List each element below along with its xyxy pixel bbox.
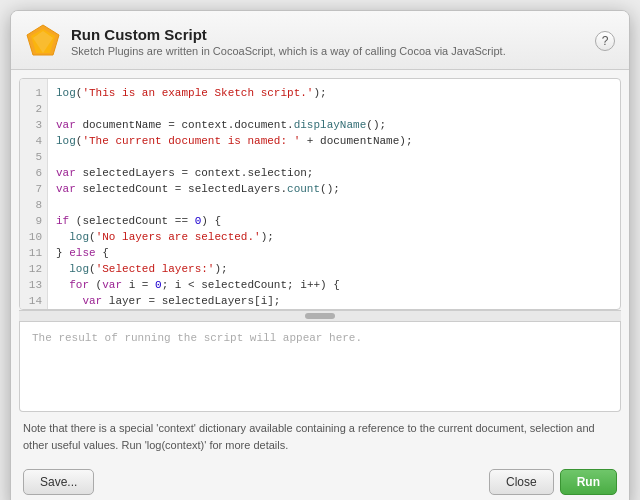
line-num-2: 2 [20, 101, 47, 117]
line-num-3: 3 [20, 117, 47, 133]
right-buttons: Close Run [489, 469, 617, 495]
dialog-subtitle: Sketch Plugins are written in CocoaScrip… [71, 45, 585, 57]
line-num-6: 6 [20, 165, 47, 181]
code-text[interactable]: log('This is an example Sketch script.')… [48, 79, 620, 309]
result-area[interactable]: The result of running the script will ap… [19, 322, 621, 412]
line-numbers: 1 2 3 4 5 6 7 8 9 10 11 12 13 14 15 [20, 79, 48, 309]
run-custom-script-dialog: Run Custom Script Sketch Plugins are wri… [10, 10, 630, 500]
dialog-header: Run Custom Script Sketch Plugins are wri… [11, 11, 629, 70]
scroll-separator [19, 310, 621, 322]
sketch-icon [25, 23, 61, 59]
line-num-10: 10 [20, 229, 47, 245]
line-num-4: 4 [20, 133, 47, 149]
save-button[interactable]: Save... [23, 469, 94, 495]
header-text: Run Custom Script Sketch Plugins are wri… [71, 26, 585, 57]
help-button[interactable]: ? [595, 31, 615, 51]
line-num-13: 13 [20, 277, 47, 293]
line-num-9: 9 [20, 213, 47, 229]
code-content: 1 2 3 4 5 6 7 8 9 10 11 12 13 14 15 log(… [20, 79, 620, 309]
footer-note: Note that there is a special 'context' d… [11, 412, 629, 461]
line-num-12: 12 [20, 261, 47, 277]
line-num-8: 8 [20, 197, 47, 213]
line-num-7: 7 [20, 181, 47, 197]
run-button[interactable]: Run [560, 469, 617, 495]
code-editor[interactable]: 1 2 3 4 5 6 7 8 9 10 11 12 13 14 15 log(… [19, 78, 621, 310]
result-placeholder: The result of running the script will ap… [32, 332, 362, 344]
line-num-11: 11 [20, 245, 47, 261]
button-row: Save... Close Run [11, 461, 629, 500]
line-num-14: 14 [20, 293, 47, 309]
close-button[interactable]: Close [489, 469, 554, 495]
scroll-thumb [305, 313, 335, 319]
dialog-title: Run Custom Script [71, 26, 585, 43]
line-num-1: 1 [20, 85, 47, 101]
line-num-5: 5 [20, 149, 47, 165]
